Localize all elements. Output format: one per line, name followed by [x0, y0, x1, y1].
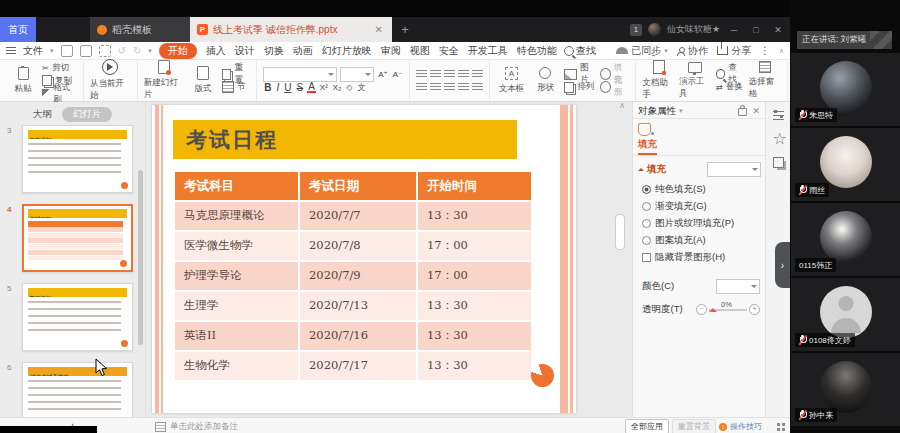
- expand-panel-tab[interactable]: ›: [775, 242, 790, 288]
- new-tab-button[interactable]: +: [392, 17, 418, 42]
- redo-icon[interactable]: ↻: [133, 45, 141, 56]
- picture-button[interactable]: 图片: [564, 69, 595, 80]
- italic-button[interactable]: I: [275, 82, 280, 93]
- number-list-icon[interactable]: [430, 70, 441, 79]
- maximize-button[interactable]: □: [748, 25, 764, 35]
- outline-button[interactable]: 轮廓: [600, 82, 630, 93]
- increase-font-button[interactable]: A⁺: [377, 70, 389, 79]
- apply-all-button[interactable]: 全部应用: [625, 419, 669, 433]
- panel-caret-icon[interactable]: ▾: [679, 107, 683, 115]
- table-cell[interactable]: 生理学: [175, 292, 298, 320]
- table-cell[interactable]: 2020/7/17: [298, 352, 416, 380]
- share-button[interactable]: 分享: [717, 44, 751, 58]
- text-direction-icon[interactable]: [472, 70, 483, 79]
- table-row[interactable]: 生物化学2020/7/1713：30: [175, 350, 531, 380]
- participant-tile[interactable]: 0115韩正: [791, 203, 900, 276]
- radio-icon[interactable]: [642, 202, 651, 211]
- text-effect-button[interactable]: 文: [356, 82, 366, 93]
- hide-bg-option[interactable]: 隐藏背景图形(H): [633, 249, 766, 266]
- selection-pane-button[interactable]: 选择窗格: [748, 61, 781, 100]
- table-row[interactable]: 护理学导论2020/7/917：00: [175, 260, 531, 290]
- align-right-icon[interactable]: [444, 83, 455, 92]
- menu-item-动画[interactable]: 动画: [293, 44, 313, 58]
- minimize-button[interactable]: ─: [726, 25, 742, 35]
- table-cell[interactable]: 2020/7/9: [298, 262, 416, 290]
- menu-item-开始[interactable]: 开始: [159, 43, 197, 59]
- notes-bar[interactable]: 单击此处添加备注: [145, 421, 625, 433]
- tab-slides[interactable]: 幻灯片: [62, 107, 113, 122]
- underline-button[interactable]: U: [283, 82, 292, 93]
- slide-thumbnail-4[interactable]: 考试日程: [22, 204, 133, 272]
- tab-outline[interactable]: 大纲: [33, 108, 52, 121]
- print-preview-icon[interactable]: [99, 45, 111, 57]
- table-cell[interactable]: 马克思原理概论: [175, 202, 298, 230]
- radio-icon[interactable]: [642, 185, 651, 194]
- bullet-list-icon[interactable]: [416, 70, 427, 79]
- outdent-icon[interactable]: [444, 70, 455, 79]
- find-menu[interactable]: 查找: [564, 44, 596, 58]
- table-cell[interactable]: 2020/7/13: [298, 292, 416, 320]
- table-cell[interactable]: 2020/7/16: [298, 322, 416, 350]
- justify-icon[interactable]: [458, 83, 469, 92]
- sidebar-scrollbar[interactable]: [138, 170, 143, 345]
- hide-bg-checkbox[interactable]: [642, 253, 651, 262]
- table-cell[interactable]: 英语II: [175, 322, 298, 350]
- slider-thumb[interactable]: [709, 304, 717, 312]
- align-left-icon[interactable]: [416, 83, 427, 92]
- table-cell[interactable]: 2020/7/7: [298, 202, 416, 230]
- transparency-slider[interactable]: − 0% +: [696, 304, 760, 315]
- participant-tile[interactable]: 雨丝: [791, 128, 900, 201]
- table-cell[interactable]: 13：30: [416, 292, 531, 320]
- fill-option-渐变填充(G)[interactable]: 渐变填充(G): [633, 198, 766, 215]
- fill-preset-dropdown[interactable]: [707, 162, 761, 177]
- close-button[interactable]: ✕: [770, 25, 786, 35]
- slider-plus-button[interactable]: +: [749, 304, 760, 315]
- indent-icon[interactable]: [458, 70, 469, 79]
- new-slide-button[interactable]: 新建幻灯片: [144, 60, 184, 101]
- properties-rail-icon[interactable]: [773, 110, 784, 121]
- color-dropdown[interactable]: [716, 279, 760, 294]
- participant-tile[interactable]: 朱思特: [791, 53, 900, 126]
- table-cell[interactable]: 护理学导论: [175, 262, 298, 290]
- menu-item-插入[interactable]: 插入: [206, 44, 226, 58]
- slider-track[interactable]: 0%: [709, 309, 747, 311]
- menu-item-开发工具[interactable]: 开发工具: [468, 44, 508, 58]
- menu-item-切换[interactable]: 切换: [264, 44, 284, 58]
- more-menu-icon[interactable]: ⋮: [760, 45, 770, 56]
- account-avatar[interactable]: [648, 23, 661, 36]
- layers-rail-icon[interactable]: [773, 157, 784, 168]
- lock-icon[interactable]: [738, 108, 747, 116]
- fill-option-图片或纹理填充(P)[interactable]: 图片或纹理填充(P): [633, 215, 766, 232]
- menu-item-审阅[interactable]: 审阅: [381, 44, 401, 58]
- superscript-button[interactable]: X²: [319, 83, 329, 92]
- account-name[interactable]: 仙女味软糖★: [667, 23, 720, 36]
- section-button[interactable]: 节: [222, 82, 250, 93]
- table-cell[interactable]: 13：30: [416, 202, 531, 230]
- reset-button[interactable]: 重置: [222, 69, 250, 80]
- slide-thumbnail-3[interactable]: 考前须知: [22, 125, 133, 193]
- align-center-icon[interactable]: [430, 83, 441, 92]
- fill-option-纯色填充(S)[interactable]: 纯色填充(S): [633, 181, 766, 198]
- slider-minus-button[interactable]: −: [696, 304, 707, 315]
- font-color-button[interactable]: A: [307, 82, 316, 93]
- hamburger-icon[interactable]: [6, 47, 16, 54]
- present-tools-button[interactable]: 演示工具: [679, 62, 712, 100]
- layout-button[interactable]: 版式: [188, 66, 218, 95]
- slide-thumbnail-5[interactable]: 复习规划: [22, 283, 133, 351]
- arrange-button[interactable]: 排列: [564, 82, 595, 93]
- participant-tile[interactable]: 0108佟文婷: [791, 278, 900, 351]
- replace-button[interactable]: ⇄替换: [716, 82, 745, 93]
- table-cell[interactable]: 13：30: [416, 322, 531, 350]
- table-cell[interactable]: 医学微生物学: [175, 232, 298, 260]
- subscript-button[interactable]: X₂: [332, 83, 342, 92]
- effects-rail-icon[interactable]: ☆: [773, 129, 785, 148]
- line-spacing-icon[interactable]: [472, 83, 483, 92]
- table-row[interactable]: 医学微生物学2020/7/817：00: [175, 230, 531, 260]
- menu-item-安全[interactable]: 安全: [439, 44, 459, 58]
- undo-icon[interactable]: ↺: [118, 45, 126, 56]
- table-cell[interactable]: 17：00: [416, 262, 531, 290]
- font-size-combo[interactable]: [340, 67, 374, 82]
- menu-item-设计[interactable]: 设计: [235, 44, 255, 58]
- strikethrough-button[interactable]: S: [296, 82, 305, 93]
- quickbar-caret-icon[interactable]: ▾: [148, 47, 152, 55]
